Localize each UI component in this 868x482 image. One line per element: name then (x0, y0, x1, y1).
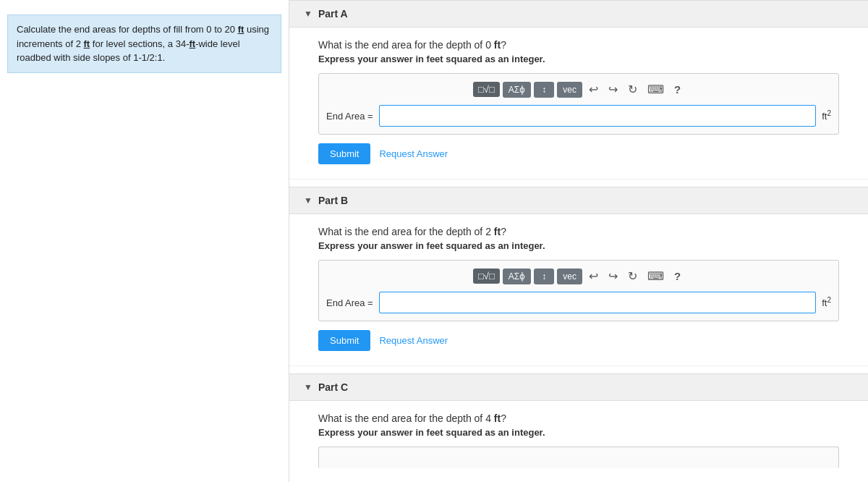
divider-b-c (289, 365, 868, 366)
part-c-question: What is the end area for the depth of 4 … (318, 413, 839, 424)
part-b-math-input-box: □√□ AΣϕ ↕ vec ↩ ↪ ↻ ⌨ ? End Area = ft2 (318, 260, 839, 321)
part-a-vec-btn[interactable]: vec (557, 82, 582, 98)
chevron-a-icon[interactable]: ▼ (304, 9, 312, 19)
part-a-actions: Submit Request Answer (318, 143, 839, 164)
chevron-c-icon[interactable]: ▼ (304, 382, 312, 392)
part-b-arrow-btn[interactable]: ↕ (534, 269, 554, 284)
part-a-answer-input[interactable] (379, 105, 817, 127)
part-a-request-answer-link[interactable]: Request Answer (379, 148, 448, 159)
part-a-header[interactable]: ▼ Part A (289, 0, 868, 28)
part-b-undo-btn[interactable]: ↩ (585, 268, 602, 284)
part-c-label: Part C (318, 381, 348, 393)
part-b-instruction: Express your answer in feet squared as a… (318, 240, 839, 251)
part-a-redo-btn[interactable]: ↪ (605, 81, 621, 98)
part-a-undo-btn[interactable]: ↩ (585, 81, 602, 98)
problem-text: Calculate the end areas for depths of fi… (17, 24, 269, 63)
part-b-help-btn[interactable]: ? (671, 269, 684, 284)
ft-unit-1: ft (238, 24, 244, 35)
part-b-request-answer-link[interactable]: Request Answer (379, 335, 448, 346)
part-a-label: Part A (318, 8, 348, 20)
part-b-actions: Submit Request Answer (318, 330, 839, 351)
part-a-help-btn[interactable]: ? (671, 82, 684, 97)
part-b-answer-input[interactable] (379, 292, 817, 313)
part-c-math-input-box (318, 447, 839, 468)
part-a-toolbar: □√□ AΣϕ ↕ vec ↩ ↪ ↻ ⌨ ? (326, 81, 831, 98)
part-b-redo-btn[interactable]: ↪ (605, 268, 621, 284)
divider-a-b (289, 179, 868, 179)
part-c-instruction: Express your answer in feet squared as a… (318, 427, 839, 438)
part-b-box-icon-btn[interactable]: □√□ (473, 269, 500, 284)
part-a-body: What is the end area for the depth of 0 … (289, 28, 868, 179)
part-b-refresh-btn[interactable]: ↻ (624, 268, 641, 284)
part-a-submit-button[interactable]: Submit (318, 143, 370, 164)
part-a-refresh-btn[interactable]: ↻ (624, 81, 641, 98)
part-b-submit-button[interactable]: Submit (318, 330, 370, 351)
part-a-unit: ft2 (822, 109, 831, 122)
part-c-header[interactable]: ▼ Part C (289, 373, 868, 401)
part-b-answer-label: End Area = (326, 297, 373, 308)
part-a-arrow-btn[interactable]: ↕ (534, 82, 554, 98)
problem-description: Calculate the end areas for depths of fi… (7, 14, 281, 73)
part-a-keyboard-btn[interactable]: ⌨ (644, 81, 668, 98)
part-b-header[interactable]: ▼ Part B (289, 187, 868, 214)
part-b-alpha-btn[interactable]: AΣϕ (503, 269, 531, 284)
part-b-vec-btn[interactable]: vec (557, 269, 582, 284)
part-a-answer-label: End Area = (326, 111, 373, 122)
part-a-answer-row: End Area = ft2 (326, 105, 831, 127)
part-a-instruction: Express your answer in feet squared as a… (318, 54, 839, 64)
part-b-unit: ft2 (822, 296, 831, 308)
part-b-keyboard-btn[interactable]: ⌨ (644, 268, 668, 284)
sidebar: Calculate the end areas for depths of fi… (0, 0, 289, 482)
part-b-body: What is the end area for the depth of 2 … (289, 214, 868, 365)
part-a-alpha-btn[interactable]: AΣϕ (503, 82, 531, 98)
part-c-body: What is the end area for the depth of 4 … (289, 401, 868, 482)
part-b-label: Part B (318, 195, 348, 206)
chevron-b-icon[interactable]: ▼ (304, 195, 312, 206)
part-a-math-input-box: □√□ AΣϕ ↕ vec ↩ ↪ ↻ ⌨ ? End Area = ft2 (318, 73, 839, 135)
main-content: ▼ Part A What is the end area for the de… (289, 0, 868, 482)
part-a-question: What is the end area for the depth of 0 … (318, 39, 839, 51)
part-b-toolbar: □√□ AΣϕ ↕ vec ↩ ↪ ↻ ⌨ ? (326, 268, 831, 284)
part-b-question: What is the end area for the depth of 2 … (318, 226, 839, 237)
part-a-box-icon-btn[interactable]: □√□ (473, 82, 500, 97)
ft-unit-2: ft (84, 38, 90, 49)
part-b-answer-row: End Area = ft2 (326, 292, 831, 313)
ft-unit-3: ft (189, 38, 195, 49)
